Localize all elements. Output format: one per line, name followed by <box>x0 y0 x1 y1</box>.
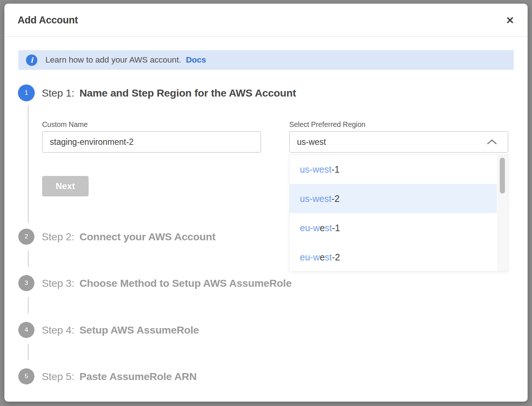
docs-link[interactable]: Docs <box>186 55 206 65</box>
dropdown-scrollbar-track[interactable] <box>497 155 508 271</box>
step-prefix: Step 5: <box>42 371 74 382</box>
region-option-us-west-2[interactable]: us-west-2 <box>290 184 497 213</box>
info-banner: i Learn how to add your AWS account. Doc… <box>18 50 514 70</box>
step-number-badge: 5 <box>18 368 34 384</box>
step-prefix: Step 4: <box>42 324 74 336</box>
option-text-rest: -2 <box>331 193 339 204</box>
region-combobox-value: us-west <box>297 137 326 147</box>
option-text-rest: -1 <box>332 223 340 233</box>
step-title: Choose Method to Setup AWS AssumeRole <box>79 277 292 289</box>
step-connector-3 <box>28 297 29 313</box>
banner-text: Learn how to add your AWS account. <box>45 55 181 65</box>
step-heading: Step 1:Name and Step Region for the AWS … <box>42 87 296 99</box>
step-title: Connect your AWS Account <box>79 231 216 243</box>
step-row-3: 3 Step 3:Choose Method to Setup AWS Assu… <box>18 275 291 292</box>
modal-title: Add Account <box>18 15 78 26</box>
option-text-rest: e <box>320 223 325 233</box>
step-heading: Step 2:Connect your AWS Account <box>42 231 215 243</box>
step-prefix: Step 3: <box>42 277 74 289</box>
next-button[interactable]: Next <box>42 176 89 196</box>
chevron-up-icon[interactable] <box>487 139 497 145</box>
option-text-rest: e <box>320 252 325 263</box>
step-connector-2 <box>28 251 29 267</box>
option-text-rest: -1 <box>331 164 339 175</box>
step-number-badge: 1 <box>18 84 35 101</box>
region-option-eu-west-2[interactable]: eu-west-2 <box>290 243 497 272</box>
step-row-4: 4 Step 4:Setup AWS AssumeRole <box>18 322 199 338</box>
dropdown-scrollbar-thumb[interactable] <box>500 158 505 193</box>
region-field-group: Select Preferred Region us-west <box>289 120 508 153</box>
step-prefix: Step 1: <box>42 87 74 99</box>
region-option-us-west-1[interactable]: us-west-1 <box>290 155 497 184</box>
step-number-badge: 3 <box>18 275 34 291</box>
region-label: Select Preferred Region <box>289 120 508 129</box>
step-heading: Step 3:Choose Method to Setup AWS Assume… <box>42 277 291 289</box>
region-options-list: us-west-1 us-west-2 eu-west-1 eu-west-2 <box>290 155 497 271</box>
option-text-rest: -2 <box>332 252 340 263</box>
region-combobox[interactable]: us-west <box>289 131 508 153</box>
option-text-match: us-west <box>300 193 331 204</box>
option-text-match: eu-w <box>300 252 320 263</box>
step-connector-1 <box>28 106 29 223</box>
step-heading: Step 5:Paste AssumeRole ARN <box>42 371 197 383</box>
close-icon[interactable]: ✕ <box>503 13 517 28</box>
modal-header: Add Account ✕ <box>4 4 528 37</box>
step-row-2: 2 Step 2:Connect your AWS Account <box>18 228 215 245</box>
step-prefix: Step 2: <box>42 231 74 243</box>
step-number-badge: 2 <box>18 229 34 245</box>
step-row-1: 1 Step 1:Name and Step Region for the AW… <box>18 84 296 101</box>
step-title: Name and Step Region for the AWS Account <box>79 87 296 99</box>
option-text-match: st <box>325 252 332 263</box>
step-number-badge: 4 <box>18 322 34 338</box>
region-option-eu-west-1[interactable]: eu-west-1 <box>290 213 497 243</box>
step-row-5: 5 Step 5:Paste AssumeRole ARN <box>18 368 197 385</box>
option-text-match: us-west <box>300 164 331 175</box>
custom-name-field-group: Custom Name staging-environment-2 <box>42 120 261 153</box>
step-connector-4 <box>28 344 29 360</box>
step-heading: Step 4:Setup AWS AssumeRole <box>42 324 199 336</box>
option-text-match: eu-w <box>300 223 320 233</box>
custom-name-label: Custom Name <box>42 120 261 129</box>
option-text-match: st <box>325 223 332 233</box>
custom-name-input[interactable]: staging-environment-2 <box>42 131 261 153</box>
region-dropdown-panel: us-west-1 us-west-2 eu-west-1 eu-west-2 <box>289 154 508 271</box>
add-account-modal: Add Account ✕ i Learn how to add your AW… <box>4 4 528 402</box>
step-title: Paste AssumeRole ARN <box>79 371 197 382</box>
info-icon: i <box>26 54 37 66</box>
step-title: Setup AWS AssumeRole <box>79 324 199 336</box>
